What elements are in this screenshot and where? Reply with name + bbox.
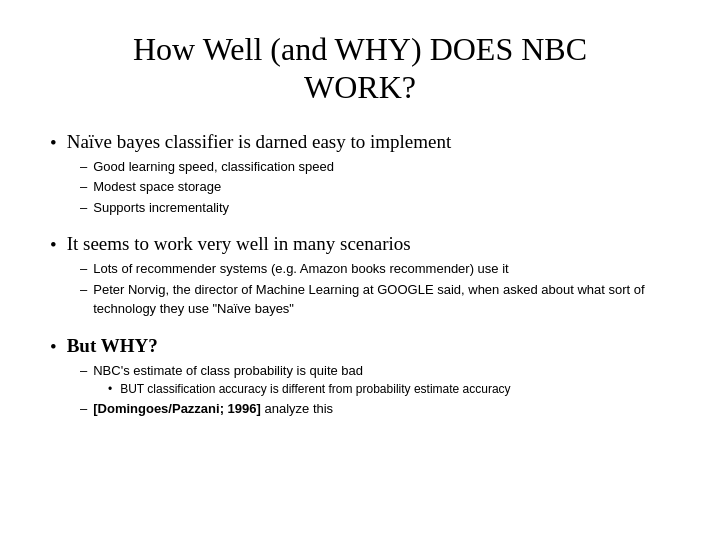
bullet-dot-1: • — [50, 132, 57, 154]
sub-sub-dot: • — [108, 380, 112, 398]
sub-text-1-3: Supports incrementality — [93, 198, 229, 218]
sub-text-1-2: Modest space storage — [93, 177, 221, 197]
sub-text-2-1: Lots of recommender systems (e.g. Amazon… — [93, 259, 508, 279]
content-area: • Naïve bayes classifier is darned easy … — [50, 131, 670, 425]
sub-items-2: – Lots of recommender systems (e.g. Amaz… — [80, 259, 670, 319]
sub-items-1: – Good learning speed, classification sp… — [80, 157, 670, 218]
sub-dash: – — [80, 259, 87, 279]
title-line2: WORK? — [50, 68, 670, 106]
bullet-item-3: • But WHY? – NBC's estimate of class pro… — [50, 335, 670, 419]
sub-item-2-2: – Peter Norvig, the director of Machine … — [80, 280, 670, 319]
bullet-item-2: • It seems to work very well in many sce… — [50, 233, 670, 319]
sub-item-2-1: – Lots of recommender systems (e.g. Amaz… — [80, 259, 670, 279]
title-line1: How Well (and WHY) DOES NBC — [50, 30, 670, 68]
sub-text-3-1: NBC's estimate of class probability is q… — [93, 361, 363, 381]
sub-dash: – — [80, 280, 87, 300]
sub-dash: – — [80, 177, 87, 197]
sub-dash: – — [80, 198, 87, 218]
bullet-item-1: • Naïve bayes classifier is darned easy … — [50, 131, 670, 218]
slide-title: How Well (and WHY) DOES NBC WORK? — [50, 30, 670, 107]
bullet-text-2: It seems to work very well in many scena… — [67, 233, 411, 255]
bullet-main-3: • But WHY? — [50, 335, 670, 358]
sub-text-1-1: Good learning speed, classification spee… — [93, 157, 334, 177]
sub-text-3-2: [Domingoes/Pazzani; 1996] analyze this — [93, 399, 333, 419]
slide: How Well (and WHY) DOES NBC WORK? • Naïv… — [0, 0, 720, 540]
bullet-text-1: Naïve bayes classifier is darned easy to… — [67, 131, 452, 153]
bullet-dot-2: • — [50, 234, 57, 256]
bullet-dot-3: • — [50, 336, 57, 358]
sub-dash: – — [80, 361, 87, 381]
sub-dash: – — [80, 157, 87, 177]
sub-sub-item-3-1-1: • BUT classification accuracy is differe… — [108, 380, 511, 398]
sub-item-1-2: – Modest space storage — [80, 177, 670, 197]
sub-dash: – — [80, 399, 87, 419]
sub-item-3-1: – NBC's estimate of class probability is… — [80, 361, 670, 399]
sub-items-3: – NBC's estimate of class probability is… — [80, 361, 670, 419]
sub-item-1-1: – Good learning speed, classification sp… — [80, 157, 670, 177]
bullet-main-2: • It seems to work very well in many sce… — [50, 233, 670, 256]
sub-sub-items-3-1: • BUT classification accuracy is differe… — [108, 380, 511, 398]
sub-text-2-2: Peter Norvig, the director of Machine Le… — [93, 280, 670, 319]
sub-item-3-2: – [Domingoes/Pazzani; 1996] analyze this — [80, 399, 670, 419]
bullet-text-3: But WHY? — [67, 335, 158, 357]
bullet-main-1: • Naïve bayes classifier is darned easy … — [50, 131, 670, 154]
sub-item-1-3: – Supports incrementality — [80, 198, 670, 218]
sub-sub-text-3-1-1: BUT classification accuracy is different… — [120, 380, 510, 398]
